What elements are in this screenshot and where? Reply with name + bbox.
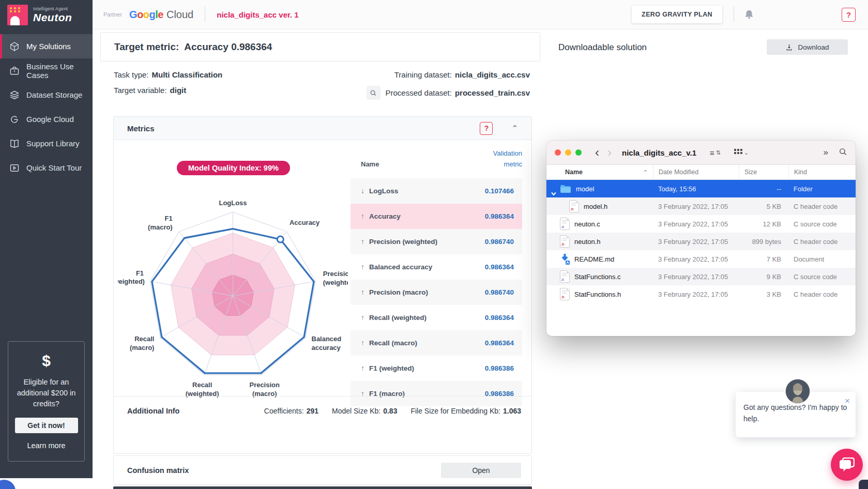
additional-info-row: Additional Info Coefficients:291 Model S… (114, 396, 531, 425)
more-toolbar-items-button[interactable]: » (824, 147, 828, 158)
chat-fab-button[interactable] (831, 449, 863, 481)
downloadable-solution-title: Downloadable solution (558, 42, 647, 53)
close-icon[interactable]: × (845, 396, 850, 406)
metric-row-recall-macro[interactable]: ↑Recall (macro)0.986364 (351, 330, 522, 356)
layers-icon (9, 90, 20, 100)
svg-text:weighted): weighted) (118, 278, 145, 285)
file-row-readme[interactable]: README.md 3 February 2022, 17:05 7 KB Do… (546, 250, 856, 268)
sidebar-item-business-use-cases[interactable]: Business Use Cases (0, 58, 93, 83)
finder-window[interactable]: ‹ › nicla_digits_acc_v.1 ≡⇅ ⌄ » Name⌃ Da… (546, 141, 856, 336)
google-cloud-logo: GoogleCloud (129, 9, 193, 21)
plan-button[interactable]: ZERO GRAVITY PLAN (632, 6, 722, 23)
app-logo[interactable]: Intelligent Agent Neuton (0, 0, 93, 30)
processed-dataset-value: processed_train.csv (455, 88, 530, 97)
list-view-button[interactable]: ≡⇅ (710, 148, 721, 157)
file-row-model-h[interactable]: .h model.h 3 February 2022, 17:05 5 KB C… (546, 197, 856, 215)
metric-row-precision-weighted[interactable]: ↑Precision (weighted)0.986740 (351, 229, 522, 254)
file-row-neuton-c[interactable]: .c neuton.c 3 February 2022, 17:05 12 KB… (546, 215, 856, 233)
arrow-up-icon: ↑ (361, 364, 364, 372)
sidebar-item-my-solutions[interactable]: My Solutions (0, 34, 93, 58)
play-icon (9, 163, 20, 173)
c-source-file-icon: .c (560, 218, 570, 230)
svg-text:(weighted: (weighted (323, 279, 348, 286)
collapse-chevron-icon[interactable]: ⌃ (511, 124, 518, 133)
sidebar-item-label: My Solutions (26, 42, 71, 51)
dataset-search-button[interactable] (367, 86, 380, 100)
metric-row-balanced-accuracy[interactable]: ↑Balanced accuracy0.986364 (351, 254, 522, 280)
open-confusion-matrix-button[interactable]: Open (441, 463, 521, 478)
arrow-up-icon: ↑ (361, 263, 364, 271)
zoom-window-button[interactable] (575, 149, 582, 156)
file-size-value: 1.063 (503, 407, 521, 415)
processed-dataset-label: Processed dataset: (386, 88, 452, 97)
chat-peek-icon[interactable] (0, 480, 16, 489)
file-row-model[interactable]: model Today, 15:56 -- Folder (546, 180, 856, 197)
project-title: nicla_digits_acc ver. 1 (217, 10, 298, 19)
group-by-button[interactable]: ⌄ (734, 149, 749, 156)
c-header-file-icon: .h (560, 288, 570, 300)
column-size[interactable]: Size (739, 165, 788, 179)
file-row-statfunctions-c[interactable]: .c StatFunctions.c 3 February 2022, 17:0… (546, 268, 856, 285)
file-size-label: File Size for Embedding Kb: (410, 407, 500, 415)
bell-icon[interactable] (743, 9, 755, 20)
help-button[interactable]: ? (842, 8, 856, 22)
markdown-file-icon (560, 253, 570, 265)
sidebar-item-dataset-storage[interactable]: Dataset Storage (0, 83, 93, 107)
coefficients-label: Coefficients: (264, 407, 304, 415)
forward-button[interactable]: › (607, 146, 612, 159)
disclosure-chevron-icon[interactable] (551, 190, 556, 197)
radar-label-precision-macro: Precision (249, 381, 279, 389)
metrics-panel: Metrics ? ⌃ Model Quality Index: 99% Log… (113, 116, 532, 454)
file-row-neuton-h[interactable]: .h neuton.h 3 February 2022, 17:05 899 b… (546, 233, 856, 250)
arrow-up-icon: ↑ (361, 288, 364, 296)
cube-icon (9, 41, 20, 52)
promo-text: Eligible for an additional $200 in credi… (13, 377, 79, 409)
neuton-logo-icon (7, 5, 28, 25)
metric-row-f1-weighted[interactable]: ↑F1 (weighted)0.986386 (351, 356, 522, 381)
metrics-table: Name Validationmetric ↓LogLoss0.107466 ↑… (351, 148, 522, 406)
metric-row-recall-weighted[interactable]: ↑Recall (weighted)0.986364 (351, 305, 522, 330)
back-button[interactable]: ‹ (595, 146, 599, 159)
metrics-title: Metrics (127, 124, 155, 133)
credits-promo: $ Eligible for an additional $200 in cre… (8, 341, 85, 462)
learn-more-link[interactable]: Learn more (13, 441, 79, 450)
metric-row-logloss[interactable]: ↓LogLoss0.107466 (351, 178, 522, 204)
sidebar-item-google-cloud[interactable]: Google Cloud (0, 107, 93, 131)
metric-row-precision-macro[interactable]: ↑Precision (macro)0.986740 (351, 280, 522, 305)
briefcase-icon (9, 66, 20, 76)
task-type-value: Multi Classification (152, 70, 223, 79)
column-header-name: Name (361, 160, 379, 170)
column-name[interactable]: Name⌃ (546, 165, 653, 179)
column-header-validation-metric: Validationmetric (493, 148, 522, 170)
sidebar-item-quick-start-tour[interactable]: Quick Start Tour (0, 156, 93, 180)
c-header-file-icon: .h (569, 200, 579, 212)
google-icon (9, 114, 20, 125)
radar-chart: LogLoss Accuracy Precision (weighted Bal… (118, 166, 348, 411)
divider (734, 7, 734, 22)
column-kind[interactable]: Kind (788, 165, 856, 179)
confusion-matrix-card: Confusion matrix Open (113, 455, 532, 485)
chat-bubble-icon (839, 457, 855, 472)
metric-row-accuracy[interactable]: ↑Accuracy0.986364 (351, 204, 522, 229)
file-row-statfunctions-h[interactable]: .h StatFunctions.h 3 February 2022, 17:0… (546, 285, 856, 303)
sort-ascending-icon: ⌃ (643, 169, 648, 176)
finder-toolbar: ‹ › nicla_digits_acc_v.1 ≡⇅ ⌄ » (546, 141, 856, 165)
model-size-value: 0.83 (383, 407, 397, 415)
svg-text:(macro): (macro) (148, 223, 173, 231)
get-it-now-button[interactable]: Get it now! (15, 418, 78, 433)
search-icon[interactable] (839, 147, 847, 158)
top-bar: Partner GoogleCloud nicla_digits_acc ver… (93, 0, 868, 29)
metrics-help-button[interactable]: ? (480, 122, 493, 135)
sidebar-item-support-library[interactable]: Support Library (0, 131, 93, 156)
cut-off-corner-element (859, 480, 868, 489)
arrow-up-icon: ↑ (361, 313, 364, 322)
partner-label: Partner (103, 11, 122, 18)
download-button[interactable]: Download (767, 39, 848, 55)
dollar-icon: $ (13, 352, 79, 370)
logo-tagline: Intelligent Agent (33, 6, 72, 11)
close-window-button[interactable] (555, 149, 561, 156)
minimize-window-button[interactable] (565, 149, 571, 156)
next-section-edge (113, 486, 532, 489)
training-dataset-value: nicla_digits_acc.csv (455, 70, 530, 79)
column-date-modified[interactable]: Date Modified (653, 165, 739, 179)
